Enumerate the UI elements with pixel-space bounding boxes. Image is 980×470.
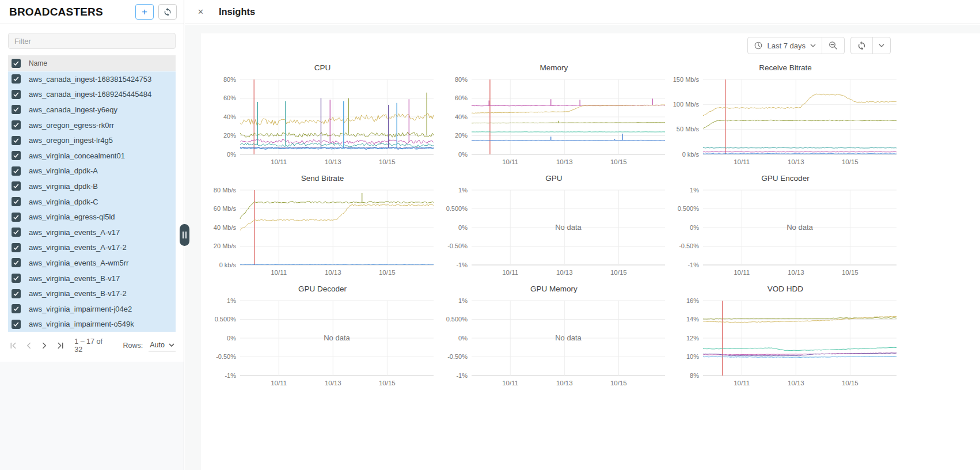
tab-bar: ✕ Insights	[185, 0, 980, 24]
check-icon	[13, 275, 20, 282]
svg-text:10/13: 10/13	[325, 269, 341, 276]
chart-gpu-memory: GPU Memory1%0.500%0%-0.50%-1%10/1110/131…	[438, 282, 670, 393]
chart-gpu-decoder: GPU Decoder1%0.500%0%-0.50%-1%10/1110/13…	[207, 282, 438, 393]
svg-text:10/15: 10/15	[379, 269, 396, 276]
refresh-charts-button[interactable]	[851, 37, 872, 54]
chart-canvas[interactable]: 1%0.500%0%-0.50%-1%10/1110/1310/15No dat…	[207, 295, 438, 392]
broadcaster-row[interactable]: aws_virginia_dpdk-C	[8, 194, 176, 210]
svg-text:40%: 40%	[455, 113, 468, 120]
refresh-options-button[interactable]	[872, 37, 890, 54]
row-checkbox[interactable]	[12, 258, 21, 267]
broadcaster-row[interactable]: aws_virginia_impairment-j04e2	[8, 301, 176, 317]
sidebar-collapse-handle[interactable]	[180, 224, 189, 246]
broadcaster-row[interactable]: aws_virginia_events_B-v17-2	[8, 286, 176, 301]
svg-text:10/15: 10/15	[379, 158, 396, 165]
row-checkbox[interactable]	[12, 243, 21, 252]
select-all-checkbox[interactable]	[12, 59, 21, 68]
insights-card: Last 7 days	[201, 33, 980, 470]
row-checkbox[interactable]	[12, 213, 21, 222]
filter-input[interactable]	[8, 33, 176, 49]
refresh-group	[850, 37, 891, 54]
svg-text:10/15: 10/15	[610, 158, 627, 165]
broadcaster-row[interactable]: aws_oregon_ingest-lr4g5	[8, 132, 176, 148]
app-window: BROADCASTERS + Name aws_canada_ingest	[0, 0, 980, 470]
svg-text:60 Mb/s: 60 Mb/s	[214, 205, 237, 212]
chart-canvas[interactable]: 80%60%40%20%0%10/1110/1310/15	[207, 74, 438, 170]
next-page-icon[interactable]	[37, 338, 52, 353]
svg-text:0%: 0%	[458, 151, 468, 158]
broadcaster-row[interactable]: aws_virginia_events_B-v17	[8, 271, 176, 286]
row-checkbox[interactable]	[12, 228, 21, 237]
broadcaster-row[interactable]: aws_virginia_impairment-o549k	[8, 317, 176, 332]
svg-text:10/15: 10/15	[610, 380, 627, 386]
chart-canvas[interactable]: 1%0.500%0%-0.50%-1%10/1110/1310/15No dat…	[438, 184, 670, 281]
row-checkbox[interactable]	[12, 166, 21, 176]
chart-canvas[interactable]: 80 Mb/s60 Mb/s40 Mb/s20 Mb/s0 kb/s10/111…	[207, 184, 438, 281]
broadcaster-row[interactable]: aws_virginia_events_A-v17-2	[8, 240, 176, 256]
svg-text:10/11: 10/11	[271, 269, 287, 276]
add-broadcaster-button[interactable]: +	[135, 4, 154, 20]
chart-title: GPU Decoder	[207, 282, 438, 295]
first-page-icon[interactable]	[6, 338, 20, 353]
svg-text:10/15: 10/15	[842, 158, 859, 165]
chart-title: Send Bitrate	[207, 172, 438, 184]
check-icon	[13, 60, 20, 67]
chart-canvas[interactable]: 150 Mb/s100 Mb/s50 Mb/s0 kb/s10/1110/131…	[670, 74, 901, 170]
zoom-out-icon	[828, 40, 838, 51]
broadcaster-name: aws_virginia_events_A-wm5rr	[29, 259, 128, 267]
check-icon	[13, 198, 20, 205]
row-checkbox[interactable]	[12, 181, 21, 191]
svg-text:10/13: 10/13	[325, 158, 341, 165]
broadcaster-row[interactable]: aws_canada_ingest-1689245445484	[8, 87, 176, 103]
broadcaster-row[interactable]: aws_virginia_concealment01	[8, 148, 176, 164]
chart-title: Memory	[438, 61, 670, 74]
prev-page-icon[interactable]	[21, 338, 36, 353]
svg-text:0 kb/s: 0 kb/s	[219, 261, 237, 268]
chart-canvas[interactable]: 1%0.500%0%-0.50%-1%10/1110/1310/15No dat…	[670, 184, 901, 281]
row-checkbox[interactable]	[12, 74, 21, 84]
check-icon	[13, 244, 20, 251]
row-checkbox[interactable]	[12, 197, 21, 206]
svg-text:1%: 1%	[458, 297, 468, 304]
svg-text:10/13: 10/13	[788, 158, 804, 165]
row-checkbox[interactable]	[12, 320, 21, 329]
svg-text:-0.50%: -0.50%	[447, 242, 468, 249]
chart-canvas[interactable]: 80%60%40%20%0%10/1110/1310/15	[438, 74, 670, 170]
row-checkbox[interactable]	[12, 136, 21, 145]
broadcaster-row[interactable]: aws_virginia_events_A-v17	[8, 225, 176, 240]
broadcaster-row[interactable]: aws_virginia_dpdk-A	[8, 164, 176, 179]
row-checkbox[interactable]	[12, 289, 21, 298]
svg-text:0.500%: 0.500%	[678, 205, 700, 212]
chart-canvas[interactable]: 16%14%12%10%8%10/1110/1310/15	[670, 295, 901, 392]
chart-canvas[interactable]: 1%0.500%0%-0.50%-1%10/1110/1310/15No dat…	[438, 295, 670, 392]
refresh-icon	[163, 7, 172, 17]
broadcaster-row[interactable]: aws_virginia_egress-ql5ld	[8, 209, 176, 225]
row-checkbox[interactable]	[12, 151, 21, 160]
pagination: 1 – 17 of 32 Rows: Auto	[0, 332, 184, 354]
broadcaster-row[interactable]: aws_canada_ingest-1683815424753	[8, 71, 176, 87]
svg-text:10/13: 10/13	[556, 269, 573, 276]
row-checkbox[interactable]	[12, 105, 21, 114]
row-checkbox[interactable]	[12, 120, 21, 130]
svg-text:80%: 80%	[223, 76, 236, 83]
sidebar-footer-area	[0, 362, 184, 470]
broadcaster-row[interactable]: aws_canada_ingest-y6eqy	[8, 102, 176, 117]
row-checkbox[interactable]	[12, 274, 21, 283]
zoom-out-button[interactable]	[822, 37, 844, 54]
broadcaster-row[interactable]: aws_oregon_egress-rk0rr	[8, 117, 176, 133]
time-range-button[interactable]: Last 7 days	[748, 37, 822, 54]
svg-text:50 Mb/s: 50 Mb/s	[677, 126, 700, 132]
row-checkbox[interactable]	[12, 304, 21, 313]
last-page-icon[interactable]	[53, 338, 67, 353]
close-icon[interactable]: ✕	[197, 7, 204, 16]
refresh-broadcasters-button[interactable]	[158, 4, 177, 20]
rows-per-page-select[interactable]: Auto	[149, 340, 176, 351]
no-data-label: No data	[787, 223, 813, 232]
row-checkbox[interactable]	[12, 90, 21, 99]
broadcaster-row[interactable]: aws_virginia_events_A-wm5rr	[8, 255, 176, 271]
broadcaster-row[interactable]: aws_virginia_dpdk-B	[8, 179, 176, 194]
svg-text:10/13: 10/13	[788, 269, 804, 276]
svg-text:10/11: 10/11	[271, 158, 287, 165]
sidebar-actions: +	[135, 4, 177, 20]
svg-text:60%: 60%	[455, 94, 468, 101]
